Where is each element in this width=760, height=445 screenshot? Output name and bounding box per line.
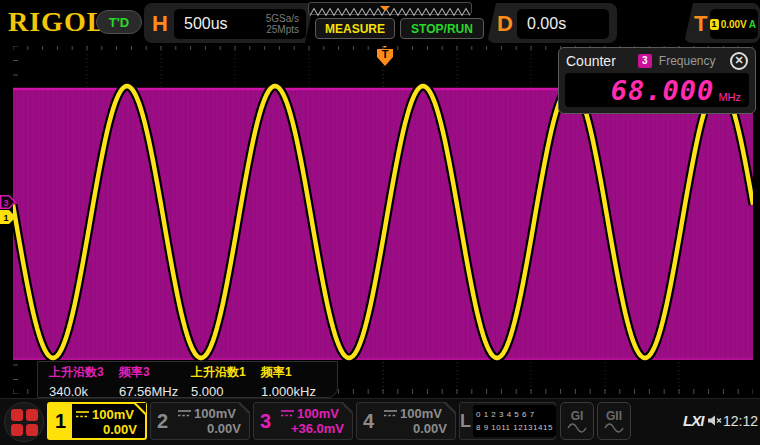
dc-coupling-icon bbox=[281, 409, 294, 418]
generator-1-label: GI bbox=[571, 409, 584, 423]
dc-coupling-icon bbox=[384, 409, 397, 418]
trigger-source-badge: 1 bbox=[710, 19, 719, 30]
sample-rate: 5GSa/s bbox=[266, 13, 299, 24]
channel-1-offset: 0.00V bbox=[76, 422, 137, 437]
channel-4-offset: 0.00V bbox=[384, 421, 447, 436]
measurement-label: 上升沿数1 bbox=[191, 364, 246, 381]
close-icon[interactable]: ✕ bbox=[730, 52, 748, 70]
counter-window: Counter 3 Frequency ✕ 68.000 MHz bbox=[558, 47, 756, 114]
generator-1-button[interactable]: GI bbox=[560, 402, 594, 440]
channel-2-block[interactable]: 2 100mV 0.00V bbox=[150, 402, 250, 440]
measurement-label: 上升沿数3 bbox=[49, 364, 104, 381]
ch1-position-marker[interactable]: 1 bbox=[0, 210, 16, 224]
memory-position-overview[interactable] bbox=[308, 2, 472, 15]
speaker-muted-icon[interactable] bbox=[707, 414, 722, 427]
generator-2-button[interactable]: GII bbox=[597, 402, 631, 440]
channel-2-scale: 100mV bbox=[194, 406, 236, 421]
trigger-status-badge: T'D bbox=[96, 10, 142, 34]
channel-3-scale: 100mV bbox=[297, 406, 339, 421]
ch3-position-marker[interactable]: 3 bbox=[0, 195, 16, 209]
delay-label: D bbox=[497, 11, 513, 37]
generator-2-label: GII bbox=[606, 409, 622, 423]
counter-mode: Frequency bbox=[659, 54, 730, 68]
channel-4-block[interactable]: 4 100mV 0.00V bbox=[356, 402, 456, 440]
rigol-logo: RIGOL bbox=[8, 6, 106, 38]
measurement-value: 1.000kHz bbox=[261, 384, 316, 399]
measurement-item: 频率3 67.56MHz bbox=[119, 364, 178, 399]
measurement-value: 340.0k bbox=[49, 384, 104, 399]
measurement-value: 5.000 bbox=[191, 384, 246, 399]
logic-channel-numbers: 0 1 2 3 4 5 6 7 8 9 1011 12131415 bbox=[473, 405, 556, 437]
logic-row-1: 0 1 2 3 4 5 6 7 bbox=[476, 410, 553, 419]
counter-title: Counter bbox=[566, 53, 616, 69]
navigation-button[interactable] bbox=[4, 402, 44, 442]
timebase-value: 500us bbox=[174, 15, 266, 33]
logic-label: L bbox=[460, 403, 471, 439]
measure-button[interactable]: MEASURE bbox=[315, 18, 395, 39]
channel-2-number: 2 bbox=[151, 403, 174, 439]
oscilloscope-screen: T 3 1 RIGOL T'D H 500us 5GSa/s 25Mpts bbox=[0, 0, 760, 445]
measurement-label: 频率3 bbox=[119, 364, 178, 381]
dc-coupling-icon bbox=[178, 409, 191, 418]
channel-3-number: 3 bbox=[254, 403, 277, 439]
horizontal-label: H bbox=[152, 11, 168, 37]
overview-waveform bbox=[309, 6, 471, 17]
channel-1-number: 1 bbox=[49, 404, 72, 438]
logic-channels-block[interactable]: L 0 1 2 3 4 5 6 7 8 9 1011 12131415 bbox=[459, 402, 556, 440]
channel-1-block[interactable]: 1 100mV 0.00V bbox=[47, 402, 147, 440]
trigger-mode: A bbox=[749, 19, 756, 30]
channel-3-block[interactable]: 3 100mV +36.0mV bbox=[253, 402, 353, 440]
counter-readout: 68.000 MHz bbox=[565, 73, 749, 107]
horizontal-panel[interactable]: H 500us 5GSa/s 25Mpts bbox=[144, 3, 314, 43]
ch1-marker-label: 1 bbox=[3, 213, 8, 223]
sine-icon bbox=[567, 423, 587, 433]
channel-status-bar: 1 100mV 0.00V 2 bbox=[0, 398, 760, 445]
ch3-marker-label: 3 bbox=[3, 198, 8, 208]
counter-unit: MHz bbox=[718, 91, 741, 107]
trigger-label: T bbox=[694, 11, 707, 37]
logic-row-2: 8 9 1011 12131415 bbox=[476, 423, 553, 432]
counter-source-badge: 3 bbox=[638, 54, 652, 68]
delay-value: 0.00s bbox=[517, 15, 609, 33]
top-status-bar: RIGOL T'D H 500us 5GSa/s 25Mpts MEASURE … bbox=[0, 0, 760, 46]
acquisition-info: 5GSa/s 25Mpts bbox=[266, 13, 306, 35]
trigger-position-marker[interactable]: T bbox=[374, 43, 396, 67]
sine-icon bbox=[604, 423, 624, 433]
trigger-level: 0.00V bbox=[721, 19, 747, 30]
measurement-label: 频率1 bbox=[261, 364, 316, 381]
measurement-panel: 上升沿数3 340.0k 频率3 67.56MHz 上升沿数1 5.000 频率… bbox=[37, 361, 338, 398]
lxi-indicator: LXI bbox=[683, 412, 703, 429]
channel-3-offset: +36.0mV bbox=[281, 421, 344, 436]
channel-4-number: 4 bbox=[357, 403, 380, 439]
overview-trigger-marker bbox=[380, 6, 390, 11]
navigation-grid-icon bbox=[11, 409, 38, 436]
memory-depth: 25Mpts bbox=[266, 24, 299, 35]
channel-4-scale: 100mV bbox=[400, 406, 442, 421]
measurement-item: 上升沿数1 5.000 bbox=[191, 364, 246, 399]
delay-inset[interactable]: 0.00s bbox=[517, 9, 609, 39]
channel-2-offset: 0.00V bbox=[178, 421, 241, 436]
trigger-marker-label: T bbox=[382, 48, 389, 60]
measurement-item: 频率1 1.000kHz bbox=[261, 364, 316, 399]
clock: 12:12 bbox=[723, 413, 758, 429]
measurement-value: 67.56MHz bbox=[119, 384, 178, 399]
trigger-inset[interactable]: 1 0.00V A bbox=[710, 9, 758, 39]
counter-value: 68.000 bbox=[611, 75, 715, 106]
delay-panel[interactable]: D 0.00s bbox=[487, 3, 617, 43]
trigger-panel[interactable]: T 1 0.00V A bbox=[684, 3, 760, 43]
measurement-item: 上升沿数3 340.0k bbox=[49, 364, 104, 399]
dc-coupling-icon bbox=[76, 410, 89, 419]
timebase-inset[interactable]: 500us 5GSa/s 25Mpts bbox=[174, 9, 306, 39]
channel-1-scale: 100mV bbox=[92, 407, 134, 422]
stop-run-button[interactable]: STOP/RUN bbox=[400, 18, 484, 39]
counter-header: Counter 3 Frequency ✕ bbox=[559, 48, 755, 73]
